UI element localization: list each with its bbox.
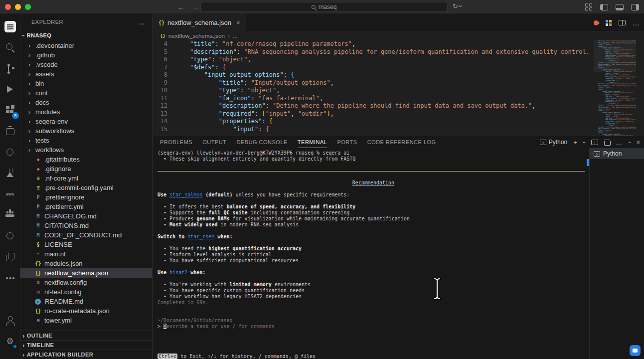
panel-tab-code-reference-log[interactable]: CODE REFERENCE LOG <box>367 136 436 148</box>
section-timeline[interactable]: ›TIMELINE <box>20 340 152 350</box>
terminal-command-link[interactable]: star_salmon <box>169 192 202 197</box>
chevron-right-icon: › <box>28 90 35 96</box>
tree-folder-bin[interactable]: ›bin <box>20 79 152 88</box>
maximize-panel-icon[interactable]: › <box>626 141 633 143</box>
command-center-search[interactable]: rnaseq <box>200 2 448 12</box>
section-application-builder[interactable]: ›APPLICATION BUILDER <box>20 350 152 359</box>
launch-profile-chevron-icon[interactable]: › <box>581 141 587 143</box>
terminal-scrollbar[interactable] <box>587 159 589 166</box>
terminal-output[interactable]: (seqera-env) llewelyn-van-der-berg@KTW2Y… <box>153 148 589 359</box>
toggle-panel-icon[interactable] <box>616 4 624 10</box>
terminal-list-item-python[interactable]: Python <box>590 148 644 159</box>
breadcrumb[interactable]: {} nextflow_schema.json › ... <box>153 31 644 40</box>
breadcrumb-file[interactable]: nextflow_schema.json <box>168 33 225 39</box>
more-actions-icon[interactable]: … <box>633 19 640 27</box>
tree-file-nf-core-yml[interactable]: ≡.nf-core.yml <box>20 174 152 183</box>
activity-source-control-button[interactable] <box>2 61 17 76</box>
tree-file-license[interactable]: §LICENSE <box>20 240 152 249</box>
new-terminal-icon[interactable]: + <box>573 139 577 146</box>
kill-terminal-icon[interactable] <box>604 139 610 146</box>
tree-file-pre-commit-config-yaml[interactable]: ≡.pre-commit-config.yaml <box>20 183 152 192</box>
git-file-icon: ◆ <box>34 166 42 172</box>
terminal-command-link[interactable]: hisat2 <box>169 270 187 275</box>
tree-folder-modules[interactable]: ›modules <box>20 107 152 117</box>
terminal-line: • Your workflow has legacy HISAT2 depend… <box>158 294 589 300</box>
panel-tab-output[interactable]: OUTPUT <box>202 136 226 148</box>
tree-file-nextflow-config[interactable]: ⚙nextflow.config <box>20 278 152 287</box>
activity-docker-button[interactable] <box>2 207 17 222</box>
zoom-window-button[interactable] <box>25 4 31 10</box>
close-tab-icon[interactable]: × <box>236 19 240 26</box>
tree-file-gitignore[interactable]: ◆.gitignore <box>20 164 152 174</box>
floating-action-button[interactable] <box>630 345 641 356</box>
tree-folder-assets[interactable]: ›assets <box>20 69 152 79</box>
tree-folder-subworkflows[interactable]: ›subworkflows <box>20 126 152 136</box>
tree-folder-seqera-env[interactable]: ›seqera-env <box>20 117 152 126</box>
activity-aws-toolkit-button[interactable]: aws <box>2 186 17 201</box>
panel-tab-terminal[interactable]: TERMINAL <box>298 136 327 148</box>
terminal-command-link[interactable]: star_rsem <box>187 234 214 239</box>
tree-file-code-of-conduct-md[interactable]: MCODE_OF_CONDUCT.md <box>20 230 152 240</box>
activity-search-button[interactable] <box>2 40 17 55</box>
code-text: "required": ["input", "outdir"], <box>175 110 334 118</box>
activity-dev-container-button[interactable] <box>2 124 17 139</box>
tree-file-tower-yml[interactable]: ≡tower.yml <box>20 316 152 325</box>
flame-icon[interactable] <box>593 19 600 26</box>
refresh-control[interactable]: ↻› <box>453 2 462 10</box>
back-icon[interactable]: ← <box>177 3 184 11</box>
workspace-root-row[interactable]: › RNASEQ <box>20 30 152 41</box>
customize-layout-icon[interactable] <box>585 3 593 11</box>
tree-file-prettierrc-yml[interactable]: P.prettierrc.yml <box>20 202 152 211</box>
breadcrumb-symbol[interactable]: ... <box>233 33 238 39</box>
minimize-window-button[interactable] <box>15 4 21 10</box>
split-terminal-icon[interactable] <box>591 140 598 145</box>
tree-folder-vscode[interactable]: ›.vscode <box>20 60 152 69</box>
activity-testing-button[interactable] <box>2 166 17 180</box>
panel-tab-problems[interactable]: PROBLEMS <box>160 136 192 148</box>
tree-folder-tests[interactable]: ›tests <box>20 136 152 145</box>
activity-environments-button[interactable] <box>2 228 17 243</box>
code-editor[interactable]: 4 "title": "nf-core/rnaseq pipeline para… <box>153 40 589 136</box>
explorer-more-actions-icon[interactable]: … <box>138 18 146 26</box>
tree-folder-docs[interactable]: ›docs <box>20 98 152 107</box>
tree-file-nextflow-schema-json[interactable]: {}nextflow_schema.json <box>20 268 152 278</box>
activity-accounts-button[interactable] <box>2 313 17 328</box>
tree-file-gitattributes[interactable]: ◆.gitattributes <box>20 155 152 164</box>
tree-folder-devcontainer[interactable]: ›.devcontainer <box>20 41 152 50</box>
tree-file-readme-md[interactable]: iREADME.md <box>20 297 152 306</box>
close-panel-icon[interactable]: × <box>636 139 640 146</box>
section-outline[interactable]: ›OUTLINE <box>20 331 152 340</box>
tree-file-modules-json[interactable]: {}modules.json <box>20 259 152 268</box>
tree-file-citations-md[interactable]: MCITATIONS.md <box>20 221 152 230</box>
activity-run-and-debug-button[interactable] <box>2 82 17 97</box>
activity-layers-button[interactable] <box>2 249 17 264</box>
tree-folder-conf[interactable]: ›conf <box>20 88 152 98</box>
activity-more-tools-button[interactable] <box>2 270 17 285</box>
panel-tab-ports[interactable]: PORTS <box>337 136 357 148</box>
extension-action-icon[interactable] <box>606 20 612 26</box>
terminal-profile-dropdown[interactable]: Python <box>540 139 567 146</box>
activity-remote-window-button[interactable] <box>2 145 17 160</box>
activity-explorer-button[interactable] <box>2 19 17 34</box>
section-label: TIMELINE <box>27 342 54 348</box>
split-editor-icon[interactable] <box>619 20 626 25</box>
activity-extensions-button[interactable]: 5 <box>2 103 17 118</box>
tree-folder-github[interactable]: ›.github <box>20 50 152 60</box>
chevron-right-icon: › <box>28 81 35 87</box>
close-window-button[interactable] <box>5 4 11 10</box>
tree-folder-workflows[interactable]: ›workflows <box>20 145 152 155</box>
tree-file-prettierignore[interactable]: P.prettierignore <box>20 192 152 202</box>
activity-settings-button[interactable]: ⚙ <box>2 334 17 349</box>
panel-tab-debug-console[interactable]: DEBUG CONSOLE <box>236 136 287 148</box>
minimap[interactable]: "title": "nf-core/rnaseq pipeline parame… <box>594 40 636 136</box>
toggle-primary-sidebar-icon[interactable] <box>600 4 608 10</box>
tab-nextflow-schema-json[interactable]: {} nextflow_schema.json × <box>153 14 246 31</box>
tree-file-ro-crate-metadata-json[interactable]: {}ro-crate-metadata.json <box>20 306 152 316</box>
toggle-secondary-sidebar-icon[interactable] <box>631 4 639 10</box>
panel-more-actions-icon[interactable]: … <box>616 139 622 146</box>
minimap-slider[interactable] <box>594 40 636 72</box>
tree-file-main-nf[interactable]: ~main.nf <box>20 249 152 259</box>
forward-icon[interactable]: → <box>191 3 198 11</box>
tree-file-changelog-md[interactable]: MCHANGELOG.md <box>20 211 152 221</box>
tree-file-nf-test-config[interactable]: ⚙nf-test.config <box>20 287 152 297</box>
